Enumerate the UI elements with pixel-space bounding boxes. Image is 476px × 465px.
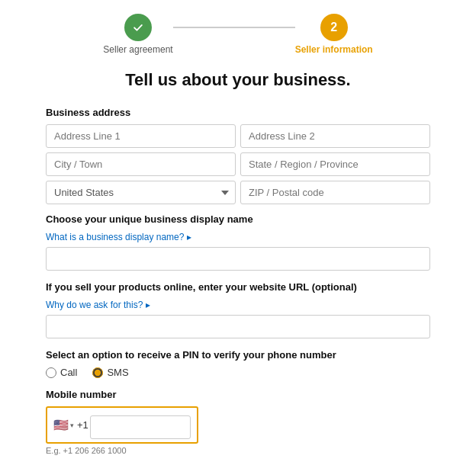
svg-point-0 <box>130 19 146 36</box>
mobile-number-label: Mobile number <box>46 389 430 400</box>
website-link[interactable]: Why do we ask for this? ▸ <box>46 300 150 310</box>
step1-circle <box>124 14 152 41</box>
sms-label: SMS <box>107 367 128 378</box>
phone-plus: +1 <box>77 419 88 431</box>
sms-radio[interactable] <box>92 367 103 378</box>
call-label: Call <box>60 367 77 378</box>
sms-option[interactable]: SMS <box>92 367 128 378</box>
phone-input[interactable] <box>90 415 191 439</box>
city-input[interactable] <box>46 152 236 176</box>
display-name-input[interactable] <box>46 247 430 271</box>
display-name-label: Choose your unique business display name <box>46 213 430 225</box>
address-line2-input[interactable] <box>240 124 430 148</box>
mobile-number-group: Mobile number 🇺🇸 ▾ +1 E.g. +1 206 266 10… <box>46 389 430 455</box>
progress-bar: Seller agreement 2 Seller information <box>0 0 476 63</box>
step1-label: Seller agreement <box>103 44 172 55</box>
city-state-row <box>46 152 430 176</box>
display-name-group: Choose your unique business display name… <box>46 213 430 271</box>
website-group: If you sell your products online, enter … <box>46 281 430 338</box>
country-code-dropdown[interactable]: ▾ <box>70 422 74 429</box>
phone-example: E.g. +1 206 266 1000 <box>46 446 430 455</box>
page-title: Tell us about your business. <box>46 70 430 90</box>
pin-verify-group: Select an option to receive a PIN to ver… <box>46 349 430 378</box>
step-connector <box>173 27 295 28</box>
main-content: Tell us about your business. Business ad… <box>0 63 476 465</box>
state-input[interactable] <box>240 152 430 176</box>
website-label: If you sell your products online, enter … <box>46 281 430 293</box>
mobile-number-box: 🇺🇸 ▾ +1 <box>46 406 198 444</box>
pin-verify-label: Select an option to receive a PIN to ver… <box>46 349 430 361</box>
step2-label: Seller information <box>295 44 373 55</box>
display-name-link[interactable]: What is a business display name? ▸ <box>46 232 191 242</box>
zip-input[interactable] <box>240 181 430 204</box>
country-zip-row: United States <box>46 181 430 204</box>
step-seller-agreement: Seller agreement <box>103 14 172 55</box>
address-line1-input[interactable] <box>46 124 236 148</box>
call-radio[interactable] <box>46 367 56 378</box>
call-option[interactable]: Call <box>46 367 77 378</box>
step2-circle: 2 <box>320 14 348 41</box>
country-select[interactable]: United States <box>46 181 236 204</box>
address-line-row <box>46 124 430 148</box>
flag-icon: 🇺🇸 <box>53 418 69 432</box>
website-input[interactable] <box>46 315 430 338</box>
pin-options-row: Call SMS <box>46 367 430 378</box>
business-address-label: Business address <box>46 107 430 118</box>
step-seller-information: 2 Seller information <box>295 14 373 55</box>
